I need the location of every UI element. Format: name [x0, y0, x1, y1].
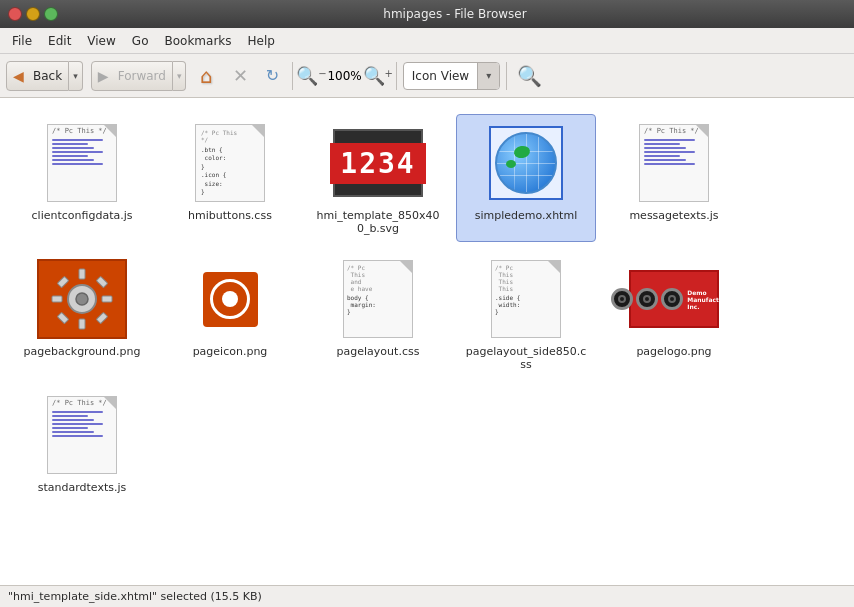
- back-button[interactable]: Back: [6, 61, 69, 91]
- file-name: hmibuttons.css: [188, 209, 272, 222]
- zoom-out-icon: 🔍: [296, 65, 318, 86]
- zoom-level-display: 100%: [327, 69, 361, 83]
- menu-edit[interactable]: Edit: [40, 31, 79, 51]
- js-file-icon-3: /* Pc This */: [47, 396, 117, 474]
- zoom-out-minus: −: [318, 68, 326, 79]
- list-item[interactable]: /* Pc This */ messagetexts.js: [604, 114, 744, 242]
- minimize-button[interactable]: [26, 7, 40, 21]
- view-dropdown-button[interactable]: ▾: [477, 62, 499, 90]
- file-icon: /* Pc This This This .side { width: }: [481, 259, 571, 339]
- gear-svg: [47, 264, 117, 334]
- xhtml-selected-border: [489, 126, 563, 200]
- svg-point-1: [76, 293, 88, 305]
- file-name: simpledemo.xhtml: [475, 209, 577, 222]
- window-title: hmipages - File Browser: [64, 7, 846, 21]
- file-icon: /* Pc This */: [629, 123, 719, 203]
- toolbar-separator-2: [396, 62, 397, 90]
- toolbar-separator-3: [506, 62, 507, 90]
- list-item[interactable]: /* Pc This This This .side { width: } pa…: [456, 250, 596, 378]
- list-item[interactable]: pageicon.png: [160, 250, 300, 378]
- menu-bookmarks[interactable]: Bookmarks: [156, 31, 239, 51]
- main-content: /* Pc This */ clientconfigdata.js: [0, 98, 854, 585]
- circle-icon: [210, 279, 250, 319]
- pageicon-icon: [203, 272, 258, 327]
- toolbar-separator-1: [292, 62, 293, 90]
- svg-rect-6: [57, 276, 68, 287]
- svg-rect-7: [96, 276, 107, 287]
- list-item[interactable]: /* Pc This */ clientconfigdata.js: [12, 114, 152, 242]
- menu-file[interactable]: File: [4, 31, 40, 51]
- window-controls[interactable]: [8, 7, 58, 21]
- zoom-level-text: 100%: [327, 69, 361, 83]
- globe-icon: [495, 132, 557, 194]
- pagelogo-icon: Demo Manufacturing Inc.: [629, 270, 719, 328]
- file-name: pageicon.png: [193, 345, 268, 358]
- list-item[interactable]: /* Pc This and e have body { margin: } p…: [308, 250, 448, 378]
- zoom-in-icon: 🔍: [363, 65, 385, 86]
- file-icon: /* Pc This */ .btn { color: } .icon { si…: [185, 123, 275, 203]
- circle-inner: [222, 291, 238, 307]
- pagelayout-css-icon: /* Pc This and e have body { margin: }: [343, 260, 413, 338]
- file-name: messagetexts.js: [629, 209, 718, 222]
- svg-rect-5: [102, 296, 112, 302]
- file-icon: [37, 259, 127, 339]
- svg-rect-9: [96, 312, 107, 323]
- home-button[interactable]: ⌂: [190, 60, 222, 92]
- file-icon: [481, 123, 571, 203]
- list-item[interactable]: /* Pc This */ .btn { color: } .icon { si…: [160, 114, 300, 242]
- list-item[interactable]: /* Pc This */ standardtexts.js: [12, 386, 152, 501]
- file-icon: /* Pc This */: [37, 123, 127, 203]
- zoom-out-button[interactable]: 🔍 −: [299, 64, 323, 88]
- search-button[interactable]: 🔍: [513, 60, 545, 92]
- home-icon: ⌂: [200, 64, 213, 88]
- back-arrow-icon: [13, 68, 29, 84]
- forward-arrow-icon: [98, 68, 114, 84]
- js-file-icon-2: /* Pc This */: [639, 124, 709, 202]
- menu-help[interactable]: Help: [240, 31, 283, 51]
- file-grid: /* Pc This */ clientconfigdata.js: [8, 110, 846, 505]
- forward-button[interactable]: Forward: [91, 61, 173, 91]
- stop-icon: ✕: [233, 65, 248, 86]
- close-button[interactable]: [8, 7, 22, 21]
- file-icon: /* Pc This and e have body { margin: }: [333, 259, 423, 339]
- gear-bg-icon: [37, 259, 127, 339]
- pagelayout-side-css-icon: /* Pc This This This .side { width: }: [491, 260, 561, 338]
- css-file-icon: /* Pc This */ .btn { color: } .icon { si…: [195, 124, 265, 202]
- svg-rect-4: [52, 296, 62, 302]
- view-dropdown-icon: ▾: [486, 70, 491, 81]
- zoom-in-button[interactable]: 🔍 +: [366, 64, 390, 88]
- reload-button[interactable]: ↻: [258, 62, 286, 90]
- file-icon: /* Pc This */: [37, 395, 127, 475]
- forward-group: Forward ▾: [87, 61, 187, 91]
- file-icon: [185, 259, 275, 339]
- back-dropdown-button[interactable]: ▾: [69, 61, 83, 91]
- file-name: pagelayout.css: [337, 345, 420, 358]
- toolbar: Back ▾ Forward ▾ ⌂ ✕ ↻ 🔍 − 100% 🔍 + Ic: [0, 54, 854, 98]
- svg-template-icon: 1234: [333, 129, 423, 197]
- view-label: Icon View: [404, 69, 477, 83]
- file-icon: 1234: [333, 123, 423, 203]
- list-item[interactable]: simpledemo.xhtml: [456, 114, 596, 242]
- forward-label: Forward: [118, 69, 166, 83]
- maximize-button[interactable]: [44, 7, 58, 21]
- menu-bar: File Edit View Go Bookmarks Help: [0, 28, 854, 54]
- file-name: standardtexts.js: [38, 481, 127, 494]
- list-item[interactable]: Demo Manufacturing Inc. pagelogo.png: [604, 250, 744, 378]
- list-item[interactable]: pagebackground.png: [12, 250, 152, 378]
- menu-view[interactable]: View: [79, 31, 123, 51]
- file-icon: Demo Manufacturing Inc.: [629, 259, 719, 339]
- menu-go[interactable]: Go: [124, 31, 157, 51]
- back-label: Back: [33, 69, 62, 83]
- svg-number: 1234: [330, 143, 425, 184]
- forward-dropdown-button[interactable]: ▾: [173, 61, 187, 91]
- file-name: hmi_template_850x400_b.svg: [315, 209, 441, 235]
- list-item[interactable]: 1234 hmi_template_850x400_b.svg: [308, 114, 448, 242]
- svg-rect-2: [79, 269, 85, 279]
- stop-button[interactable]: ✕: [226, 62, 254, 90]
- view-selector[interactable]: Icon View ▾: [403, 62, 500, 90]
- zoom-in-plus: +: [385, 68, 393, 79]
- status-text: "hmi_template_side.xhtml" selected (15.5…: [8, 590, 262, 603]
- svg-rect-3: [79, 319, 85, 329]
- file-name: pagelayout_side850.css: [463, 345, 589, 371]
- file-name: pagelogo.png: [636, 345, 711, 358]
